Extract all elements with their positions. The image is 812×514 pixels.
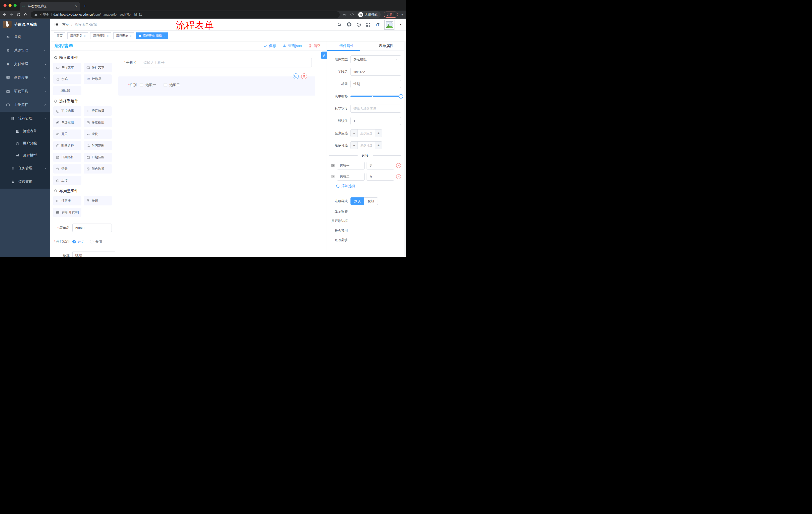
tag-close-icon[interactable]: × — [84, 34, 85, 37]
sidebar-collapse-icon[interactable] — [54, 22, 59, 27]
field-name-input[interactable] — [350, 67, 401, 76]
palette-item-date-range[interactable]: 日期范围 — [84, 153, 112, 162]
add-option-button[interactable]: 添加选项 — [336, 184, 401, 188]
close-window-button[interactable] — [3, 4, 6, 7]
status-radio-on[interactable]: 开启 — [72, 239, 84, 244]
phone-input[interactable] — [140, 58, 312, 67]
github-icon[interactable] — [347, 22, 351, 27]
address-bar[interactable]: 不安全 dashboard.yudao.iocoder.cn/bpm/manag… — [31, 11, 340, 18]
option1-value-input[interactable] — [367, 162, 394, 169]
palette-item-date-picker[interactable]: 日期选择 — [53, 153, 81, 162]
sidebar-item-user-group[interactable]: 用户分组 — [0, 137, 50, 150]
update-button[interactable]: 更新 — [384, 11, 398, 18]
palette-item-color-picker[interactable]: 颜色选择 — [84, 164, 112, 173]
remove-option-button[interactable]: − — [396, 174, 401, 179]
style-button-button[interactable]: 按钮 — [364, 197, 378, 205]
palette-item-time-picker[interactable]: 时间选择 — [53, 141, 81, 151]
palette-item-row-container[interactable]: 行容器 — [53, 196, 81, 206]
sidebar-item-process-mgmt[interactable]: 流程管理 — [0, 112, 50, 125]
palette-item-multi-text[interactable]: 多行文本 — [84, 63, 112, 72]
canvas-field-gender-selected[interactable]: 性别 选项一 选项二 — [118, 77, 315, 96]
decrease-button[interactable]: − — [351, 130, 358, 137]
canvas-field-phone[interactable]: 手机号 — [118, 58, 315, 67]
tag-close-icon[interactable]: × — [107, 34, 108, 37]
palette-item-cascader[interactable]: 级联选择 — [84, 106, 112, 116]
default-value-input[interactable] — [350, 117, 401, 125]
tab-component-props[interactable]: 组件属性 — [327, 41, 367, 51]
new-tab-button[interactable]: + — [83, 3, 86, 9]
form-name-input[interactable] — [72, 223, 112, 232]
sidebar-item-process-form[interactable]: 流程表单 — [0, 125, 50, 137]
sidebar-item-process-model[interactable]: 流程模型 — [0, 150, 50, 161]
tag-home[interactable]: 首页 — [54, 32, 65, 39]
palette-item-checkbox-group[interactable]: 多选框组 — [84, 118, 112, 127]
field-link-badge[interactable] — [321, 52, 327, 59]
palette-item-password[interactable]: 密码 — [53, 75, 81, 84]
avatar-caret-icon[interactable]: ▼ — [400, 23, 402, 26]
form-grid-slider[interactable] — [350, 92, 401, 100]
sidebar-item-home[interactable]: 首页 — [0, 30, 50, 44]
sidebar-item-leave-query[interactable]: 请假查询 — [0, 175, 50, 189]
fullscreen-icon[interactable] — [366, 22, 371, 27]
breadcrumb-home[interactable]: 首页 — [62, 22, 69, 27]
palette-item-time-range[interactable]: 时间范围 — [84, 141, 112, 151]
copy-component-button[interactable] — [293, 74, 299, 79]
palette-item-counter[interactable]: 123 计数器 — [84, 75, 112, 84]
palette-item-single-text[interactable]: 单行文本 — [53, 63, 81, 72]
drag-handle-icon[interactable] — [331, 175, 335, 179]
palette-item-select[interactable]: 下拉选择 — [53, 106, 81, 116]
sidebar-item-system[interactable]: 系统管理 — [0, 44, 50, 57]
back-icon[interactable] — [2, 12, 6, 17]
font-size-icon[interactable]: TT — [376, 22, 379, 27]
option2-value-input[interactable] — [367, 173, 394, 181]
drag-handle-icon[interactable] — [331, 164, 335, 168]
tag-process-model[interactable]: 流程模型 × — [90, 32, 111, 39]
search-icon[interactable] — [337, 22, 342, 27]
status-radio-off[interactable]: 关闭 — [90, 239, 102, 244]
palette-item-upload[interactable]: 上传 — [53, 176, 81, 185]
window-caret-icon[interactable]: ▼ — [401, 13, 404, 16]
tab-close-icon[interactable]: ✕ — [75, 4, 78, 8]
tag-close-icon[interactable]: × — [130, 34, 132, 37]
home-icon[interactable] — [24, 12, 28, 17]
maximize-window-button[interactable] — [13, 4, 17, 7]
sidebar-item-devtools[interactable]: 研发工具 — [0, 84, 50, 98]
component-type-select[interactable]: 多选框组 — [350, 55, 401, 63]
help-icon[interactable] — [356, 22, 361, 27]
title-input[interactable] — [350, 80, 401, 88]
clear-button[interactable]: 清空 — [308, 44, 321, 48]
forward-icon[interactable] — [9, 12, 13, 17]
max-select-input[interactable] — [358, 141, 375, 149]
label-width-input[interactable] — [350, 105, 401, 113]
palette-item-slider[interactable]: 滑块 — [84, 130, 112, 139]
slider-track[interactable] — [350, 96, 401, 97]
security-label[interactable]: 不安全 — [40, 12, 49, 17]
sidebar-item-workflow[interactable]: 工作流程 — [0, 98, 50, 112]
slider-handle[interactable] — [399, 94, 403, 99]
increase-button[interactable]: + — [375, 141, 382, 149]
decrease-button[interactable]: − — [351, 141, 358, 149]
browser-tab[interactable]: 芋道管理系统 ✕ — [20, 2, 80, 10]
avatar[interactable] — [384, 20, 395, 30]
option1-name-input[interactable] — [337, 162, 365, 169]
palette-item-switch[interactable]: 开关 — [53, 130, 81, 139]
view-json-button[interactable]: 查看json — [282, 44, 302, 48]
tag-close-icon[interactable]: × — [164, 34, 165, 37]
remark-textarea[interactable]: 嘿嘿 — [72, 251, 115, 257]
password-key-icon[interactable] — [343, 12, 347, 17]
palette-item-table[interactable]: 表格[开发中] — [53, 208, 81, 217]
style-default-button[interactable]: 默认 — [350, 197, 364, 205]
bookmark-star-icon[interactable] — [350, 12, 354, 17]
sidebar-item-payment[interactable]: ¥ 支付管理 — [0, 57, 50, 71]
delete-component-button[interactable] — [301, 74, 307, 79]
panel-scrollbar[interactable] — [404, 42, 406, 256]
sidebar-item-infra[interactable]: 基础设施 — [0, 71, 50, 84]
remove-option-button[interactable]: − — [396, 163, 401, 168]
sidebar-item-task-mgmt[interactable]: 任务管理 — [0, 161, 50, 175]
option2-name-input[interactable] — [337, 173, 365, 181]
minimize-window-button[interactable] — [8, 4, 11, 7]
checkbox-icon[interactable] — [164, 83, 167, 87]
reload-icon[interactable] — [17, 12, 21, 17]
gender-checkbox-option2[interactable]: 选项二 — [164, 83, 180, 87]
tag-process-form-edit[interactable]: 流程表单-编辑 × — [136, 32, 168, 39]
